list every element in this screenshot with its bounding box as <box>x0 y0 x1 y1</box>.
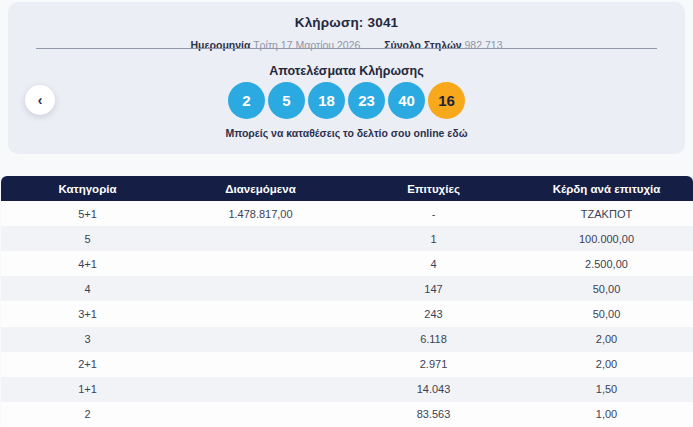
prize-cell: 2,00 <box>520 327 693 352</box>
prize-cell: 1,50 <box>520 377 693 402</box>
table-row: 5+1 1.478.817,00 - ΤΖΑΚΠΟΤ <box>1 201 693 226</box>
category-cell: 2+1 <box>1 352 174 377</box>
winners-cell: 6.118 <box>347 327 520 352</box>
lottery-ball: 23 <box>348 82 385 119</box>
lottery-ball: 2 <box>228 82 265 119</box>
column-header-distributed: Διανεμόμενα <box>174 176 347 201</box>
winners-cell: 83.563 <box>347 402 520 427</box>
prize-cell: 50,00 <box>520 301 693 326</box>
column-header-winners: Επιτυχίες <box>347 176 520 201</box>
table-row: 4+1 4 2.500,00 <box>1 251 693 276</box>
winnings-table: Κατηγορία Διανεμόμενα Επιτυχίες Κέρδη αν… <box>1 176 693 427</box>
category-cell: 1+1 <box>1 377 174 402</box>
distributed-cell <box>174 352 347 377</box>
winners-cell: 4 <box>347 251 520 276</box>
winners-cell: 2.971 <box>347 352 520 377</box>
category-cell: 5 <box>1 226 174 251</box>
column-header-prize-per-win: Κέρδη ανά επιτυχία <box>520 176 693 201</box>
distributed-cell <box>174 327 347 352</box>
prize-cell: 50,00 <box>520 276 693 301</box>
results-title: Αποτελέσματα Κλήρωσης <box>8 64 685 78</box>
distributed-cell: 1.478.817,00 <box>174 201 347 226</box>
prize-cell: 2,00 <box>520 352 693 377</box>
lottery-ball: 18 <box>308 82 345 119</box>
distributed-cell <box>174 251 347 276</box>
distributed-cell <box>174 377 347 402</box>
distributed-cell <box>174 276 347 301</box>
date-label: Ημερομηνία <box>191 39 251 51</box>
draw-info-card: Κλήρωση: 3041 Ημερομηνία Τρίτη 17 Μαρτίο… <box>8 2 685 154</box>
table-row: 5 1 100.000,00 <box>1 226 693 251</box>
date-value: Τρίτη 17 Μαρτίου 2026 <box>253 39 360 51</box>
distributed-cell <box>174 301 347 326</box>
category-cell: 3+1 <box>1 301 174 326</box>
winners-cell: 147 <box>347 276 520 301</box>
winners-cell: - <box>347 201 520 226</box>
columns-total-label: Σύνολο Στηλών <box>384 39 461 51</box>
chevron-left-icon: ‹ <box>38 93 43 107</box>
category-cell: 3 <box>1 327 174 352</box>
category-cell: 4 <box>1 276 174 301</box>
table-row: 1+1 14.043 1,50 <box>1 377 693 402</box>
table-header-row: Κατηγορία Διανεμόμενα Επιτυχίες Κέρδη αν… <box>1 176 693 201</box>
table-row: 2+1 2.971 2,00 <box>1 352 693 377</box>
table-row: 4 147 50,00 <box>1 276 693 301</box>
category-cell: 2 <box>1 402 174 427</box>
table-row: 3+1 243 50,00 <box>1 301 693 326</box>
column-header-category: Κατηγορία <box>1 176 174 201</box>
category-cell: 4+1 <box>1 251 174 276</box>
deposit-online-link[interactable]: Μπορείς να καταθέσεις το δελτίο σου onli… <box>8 127 685 139</box>
previous-draw-button[interactable]: ‹ <box>25 85 55 115</box>
category-cell: 5+1 <box>1 201 174 226</box>
winners-cell: 14.043 <box>347 377 520 402</box>
winners-cell: 243 <box>347 301 520 326</box>
table-row: 3 6.118 2,00 <box>1 327 693 352</box>
header-divider <box>36 48 657 49</box>
lottery-ball: 40 <box>388 82 425 119</box>
distributed-cell <box>174 402 347 427</box>
prize-cell: 1,00 <box>520 402 693 427</box>
drawn-numbers: 2 5 18 23 40 16 <box>8 82 685 119</box>
winners-cell: 1 <box>347 226 520 251</box>
joker-ball: 16 <box>428 82 465 119</box>
prize-cell: ΤΖΑΚΠΟΤ <box>520 201 693 226</box>
prize-cell: 2.500,00 <box>520 251 693 276</box>
draw-title: Κλήρωση: 3041 <box>8 2 685 30</box>
columns-total-value: 982.713 <box>465 39 503 51</box>
distributed-cell <box>174 226 347 251</box>
prize-cell: 100.000,00 <box>520 226 693 251</box>
draw-meta: Ημερομηνία Τρίτη 17 Μαρτίου 2026 Σύνολο … <box>8 39 685 51</box>
table-row: 2 83.563 1,00 <box>1 402 693 427</box>
lottery-ball: 5 <box>268 82 305 119</box>
